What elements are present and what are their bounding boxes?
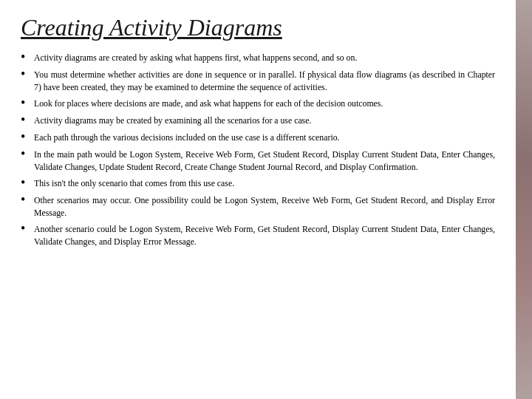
bullet-icon: • [21, 113, 31, 128]
list-item: •Activity diagrams may be created by exa… [21, 115, 495, 128]
list-item-text: Activity diagrams are created by asking … [34, 52, 495, 64]
bullet-icon: • [21, 147, 31, 162]
bullet-icon: • [21, 193, 31, 208]
bullet-icon: • [21, 222, 31, 236]
list-item-text: Other scenarios may occur. One possibili… [34, 194, 495, 219]
list-item: •Another scenario could be Logon System,… [21, 223, 495, 248]
list-item-text: You must determine whether activities ar… [34, 69, 495, 94]
list-item: •Each path through the various decisions… [21, 132, 495, 145]
list-item: •Look for places where decisions are mad… [21, 98, 495, 111]
bullet-icon: • [21, 96, 31, 111]
main-content: Creating Activity Diagrams •Activity dia… [0, 0, 516, 399]
bullet-icon: • [21, 130, 31, 145]
list-item: •You must determine whether activities a… [21, 69, 495, 94]
list-item-text: Activity diagrams may be created by exam… [34, 115, 495, 127]
list-item: •In the main path would be Logon System,… [21, 149, 495, 174]
bullet-icon: • [21, 50, 31, 65]
bullet-icon: • [21, 176, 31, 191]
list-item: •This isn't the only scenario that comes… [21, 177, 495, 191]
list-item: •Activity diagrams are created by asking… [21, 52, 495, 65]
bullet-icon: • [21, 67, 31, 82]
list-item-text: Another scenario could be Logon System, … [34, 223, 495, 248]
list-item-text: This isn't the only scenario that comes … [34, 177, 495, 190]
list-item-text: In the main path would be Logon System, … [34, 149, 495, 174]
page-title: Creating Activity Diagrams [21, 13, 495, 41]
list-item-text: Look for places where decisions are made… [34, 98, 495, 110]
bullet-list: •Activity diagrams are created by asking… [21, 52, 495, 252]
list-item: •Other scenarios may occur. One possibil… [21, 194, 495, 219]
list-item-text: Each path through the various decisions … [34, 132, 495, 144]
sidebar-decoration [516, 0, 532, 399]
